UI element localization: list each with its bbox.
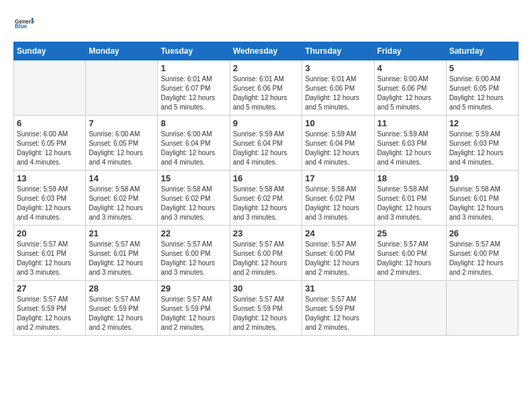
calendar-cell: 10Sunrise: 5:59 AM Sunset: 6:04 PM Dayli…: [302, 116, 374, 171]
day-number: 23: [233, 228, 300, 238]
day-number: 6: [17, 118, 83, 128]
cell-info: Sunrise: 6:00 AM Sunset: 6:05 PM Dayligh…: [89, 130, 154, 167]
calendar-cell: 4Sunrise: 6:00 AM Sunset: 6:06 PM Daylig…: [374, 60, 446, 116]
calendar-cell: [374, 281, 446, 336]
calendar-cell: [86, 60, 158, 116]
cell-info: Sunrise: 6:00 AM Sunset: 6:05 PM Dayligh…: [17, 130, 83, 167]
calendar-cell: 25Sunrise: 5:57 AM Sunset: 6:00 PM Dayli…: [374, 226, 446, 281]
calendar-cell: 22Sunrise: 5:57 AM Sunset: 6:00 PM Dayli…: [158, 226, 230, 281]
weekday-label: Sunday: [14, 42, 86, 60]
calendar-table: SundayMondayTuesdayWednesdayThursdayFrid…: [13, 42, 519, 336]
cell-info: Sunrise: 5:59 AM Sunset: 6:04 PM Dayligh…: [305, 130, 371, 167]
cell-info: Sunrise: 5:57 AM Sunset: 5:59 PM Dayligh…: [233, 295, 300, 332]
day-number: 12: [449, 118, 515, 128]
day-number: 13: [17, 173, 83, 183]
weekday-label: Saturday: [446, 42, 518, 60]
calendar-cell: 31Sunrise: 5:57 AM Sunset: 5:59 PM Dayli…: [302, 281, 374, 336]
cell-info: Sunrise: 6:00 AM Sunset: 6:05 PM Dayligh…: [449, 75, 515, 112]
weekday-label: Thursday: [302, 42, 374, 60]
weekday-label: Tuesday: [158, 42, 230, 60]
cell-info: Sunrise: 5:57 AM Sunset: 6:01 PM Dayligh…: [89, 240, 154, 277]
cell-info: Sunrise: 5:57 AM Sunset: 6:00 PM Dayligh…: [449, 240, 515, 277]
cell-info: Sunrise: 6:01 AM Sunset: 6:07 PM Dayligh…: [161, 75, 226, 112]
calendar-cell: 9Sunrise: 5:59 AM Sunset: 6:04 PM Daylig…: [230, 116, 302, 171]
calendar-cell: 15Sunrise: 5:58 AM Sunset: 6:02 PM Dayli…: [158, 171, 230, 226]
day-number: 2: [233, 63, 300, 73]
cell-info: Sunrise: 6:00 AM Sunset: 6:06 PM Dayligh…: [378, 75, 443, 112]
calendar-week-row: 20Sunrise: 5:57 AM Sunset: 6:01 PM Dayli…: [14, 226, 519, 281]
cell-info: Sunrise: 5:58 AM Sunset: 6:01 PM Dayligh…: [449, 185, 515, 222]
svg-text:Blue: Blue: [15, 23, 27, 30]
cell-info: Sunrise: 5:57 AM Sunset: 6:01 PM Dayligh…: [17, 240, 83, 277]
calendar-week-row: 13Sunrise: 5:59 AM Sunset: 6:03 PM Dayli…: [14, 171, 519, 226]
cell-info: Sunrise: 6:01 AM Sunset: 6:06 PM Dayligh…: [305, 75, 371, 112]
page-header: General Blue: [13, 13, 519, 35]
day-number: 18: [378, 173, 443, 183]
calendar-cell: 17Sunrise: 5:58 AM Sunset: 6:02 PM Dayli…: [302, 171, 374, 226]
cell-info: Sunrise: 5:57 AM Sunset: 6:00 PM Dayligh…: [305, 240, 371, 277]
day-number: 9: [233, 118, 300, 128]
calendar-cell: 3Sunrise: 6:01 AM Sunset: 6:06 PM Daylig…: [302, 60, 374, 116]
calendar-cell: 7Sunrise: 6:00 AM Sunset: 6:05 PM Daylig…: [86, 116, 158, 171]
day-number: 4: [378, 63, 443, 73]
day-number: 16: [233, 173, 300, 183]
logo: General Blue: [13, 13, 34, 35]
calendar-cell: 18Sunrise: 5:58 AM Sunset: 6:01 PM Dayli…: [374, 171, 446, 226]
cell-info: Sunrise: 5:59 AM Sunset: 6:03 PM Dayligh…: [17, 185, 83, 222]
day-number: 21: [89, 228, 154, 238]
cell-info: Sunrise: 5:58 AM Sunset: 6:02 PM Dayligh…: [233, 185, 300, 222]
day-number: 5: [449, 63, 515, 73]
calendar-cell: 28Sunrise: 5:57 AM Sunset: 5:59 PM Dayli…: [86, 281, 158, 336]
day-number: 26: [449, 228, 515, 238]
day-number: 14: [89, 173, 154, 183]
calendar-cell: 21Sunrise: 5:57 AM Sunset: 6:01 PM Dayli…: [86, 226, 158, 281]
calendar-cell: 13Sunrise: 5:59 AM Sunset: 6:03 PM Dayli…: [14, 171, 86, 226]
cell-info: Sunrise: 6:00 AM Sunset: 6:04 PM Dayligh…: [161, 130, 226, 167]
cell-info: Sunrise: 5:58 AM Sunset: 6:01 PM Dayligh…: [378, 185, 443, 222]
day-number: 27: [17, 283, 83, 293]
calendar-cell: 23Sunrise: 5:57 AM Sunset: 6:00 PM Dayli…: [230, 226, 302, 281]
calendar-cell: 20Sunrise: 5:57 AM Sunset: 6:01 PM Dayli…: [14, 226, 86, 281]
calendar-cell: 5Sunrise: 6:00 AM Sunset: 6:05 PM Daylig…: [446, 60, 518, 116]
calendar-cell: 11Sunrise: 5:59 AM Sunset: 6:03 PM Dayli…: [374, 116, 446, 171]
day-number: 28: [89, 283, 154, 293]
cell-info: Sunrise: 5:59 AM Sunset: 6:03 PM Dayligh…: [378, 130, 443, 167]
cell-info: Sunrise: 5:57 AM Sunset: 5:59 PM Dayligh…: [89, 295, 154, 332]
cell-info: Sunrise: 6:01 AM Sunset: 6:06 PM Dayligh…: [233, 75, 300, 112]
calendar-week-row: 6Sunrise: 6:00 AM Sunset: 6:05 PM Daylig…: [14, 116, 519, 171]
calendar-cell: 26Sunrise: 5:57 AM Sunset: 6:00 PM Dayli…: [446, 226, 518, 281]
cell-info: Sunrise: 5:57 AM Sunset: 6:00 PM Dayligh…: [161, 240, 226, 277]
calendar-cell: 24Sunrise: 5:57 AM Sunset: 6:00 PM Dayli…: [302, 226, 374, 281]
day-number: 17: [305, 173, 371, 183]
calendar-week-row: 1Sunrise: 6:01 AM Sunset: 6:07 PM Daylig…: [14, 60, 519, 116]
weekday-label: Wednesday: [230, 42, 302, 60]
day-number: 11: [378, 118, 443, 128]
day-number: 1: [161, 63, 226, 73]
calendar-cell: 14Sunrise: 5:58 AM Sunset: 6:02 PM Dayli…: [86, 171, 158, 226]
calendar-cell: 30Sunrise: 5:57 AM Sunset: 5:59 PM Dayli…: [230, 281, 302, 336]
cell-info: Sunrise: 5:57 AM Sunset: 5:59 PM Dayligh…: [17, 295, 83, 332]
calendar-cell: [446, 281, 518, 336]
weekday-header-row: SundayMondayTuesdayWednesdayThursdayFrid…: [14, 42, 519, 60]
cell-info: Sunrise: 5:58 AM Sunset: 6:02 PM Dayligh…: [161, 185, 226, 222]
day-number: 24: [305, 228, 371, 238]
day-number: 31: [305, 283, 371, 293]
day-number: 8: [161, 118, 226, 128]
weekday-label: Monday: [86, 42, 158, 60]
cell-info: Sunrise: 5:57 AM Sunset: 5:59 PM Dayligh…: [161, 295, 226, 332]
calendar-cell: 12Sunrise: 5:59 AM Sunset: 6:03 PM Dayli…: [446, 116, 518, 171]
cell-info: Sunrise: 5:57 AM Sunset: 6:00 PM Dayligh…: [378, 240, 443, 277]
weekday-label: Friday: [374, 42, 446, 60]
calendar-cell: 2Sunrise: 6:01 AM Sunset: 6:06 PM Daylig…: [230, 60, 302, 116]
cell-info: Sunrise: 5:58 AM Sunset: 6:02 PM Dayligh…: [89, 185, 154, 222]
day-number: 20: [17, 228, 83, 238]
calendar-cell: 1Sunrise: 6:01 AM Sunset: 6:07 PM Daylig…: [158, 60, 230, 116]
day-number: 3: [305, 63, 371, 73]
calendar-body: 1Sunrise: 6:01 AM Sunset: 6:07 PM Daylig…: [14, 60, 519, 336]
day-number: 25: [378, 228, 443, 238]
day-number: 19: [449, 173, 515, 183]
cell-info: Sunrise: 5:57 AM Sunset: 5:59 PM Dayligh…: [305, 295, 371, 332]
cell-info: Sunrise: 5:59 AM Sunset: 6:03 PM Dayligh…: [449, 130, 515, 167]
day-number: 7: [89, 118, 154, 128]
day-number: 10: [305, 118, 371, 128]
